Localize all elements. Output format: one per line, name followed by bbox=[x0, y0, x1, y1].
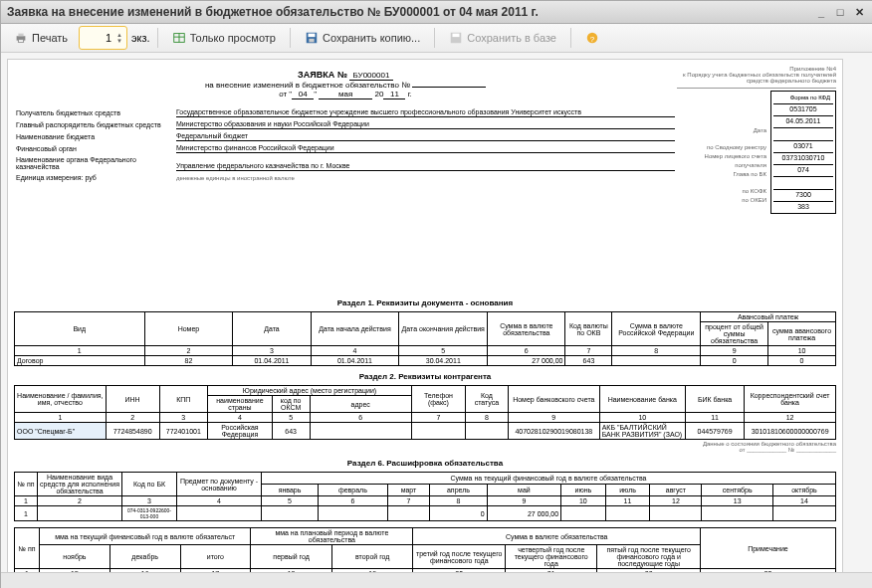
main-rasp-value: Министерство образования и науки Российс… bbox=[176, 119, 675, 129]
minimize-button[interactable]: _ bbox=[813, 5, 829, 19]
print-label: Печать bbox=[32, 32, 68, 44]
window-title: Заявка на внесение изменений в бюджетное… bbox=[7, 5, 539, 19]
disk-icon bbox=[305, 31, 319, 45]
change-number bbox=[412, 87, 486, 88]
spin-down-icon[interactable]: ▼ bbox=[116, 38, 122, 44]
document-viewport[interactable]: ЗАЯВКА № БУ000001 на внесение изменений … bbox=[1, 53, 872, 572]
section6-table: № пп Наименование вида средств для испол… bbox=[14, 472, 836, 521]
svod-code: 03071 bbox=[773, 140, 833, 150]
form-page: ЗАЯВКА № БУ000001 на внесение изменений … bbox=[7, 59, 843, 572]
svg-rect-2 bbox=[18, 40, 23, 43]
help-icon: ? bbox=[585, 31, 599, 45]
horizontal-scrollbar[interactable] bbox=[1, 572, 872, 588]
section2-table: Наименование / фамилия, имя, отчество ИН… bbox=[14, 385, 836, 440]
copies-spinner[interactable]: ▲ ▼ bbox=[79, 26, 127, 50]
budget-value: Федеральный бюджет bbox=[176, 131, 675, 141]
svg-text:?: ? bbox=[590, 35, 595, 44]
save-copy-button[interactable]: Сохранить копию... bbox=[298, 26, 427, 50]
svg-rect-10 bbox=[453, 34, 460, 38]
help-button[interactable]: ? bbox=[578, 26, 606, 50]
ls-code: 03731030710 bbox=[773, 152, 833, 162]
date-code: 04.05.2011 bbox=[773, 115, 833, 125]
copies-unit-label: экз. bbox=[131, 32, 150, 44]
finorg-value: Министерство финансов Российской Федерац… bbox=[176, 143, 675, 153]
view-only-label: Только просмотр bbox=[190, 32, 276, 44]
kofk-code: 7300 bbox=[773, 189, 833, 199]
copies-input[interactable] bbox=[84, 31, 113, 45]
toolbar: Печать ▲ ▼ экз. Только просмотр Сохранит… bbox=[1, 24, 872, 53]
section1-title: Раздел 1. Реквизиты документа - основани… bbox=[14, 298, 836, 307]
svg-rect-7 bbox=[308, 34, 315, 38]
view-only-button[interactable]: Только просмотр bbox=[165, 26, 283, 50]
glava-code: 074 bbox=[773, 164, 833, 174]
save-db-button[interactable]: Сохранить в базе bbox=[442, 26, 563, 50]
svg-rect-8 bbox=[309, 39, 314, 43]
form-number: БУ000001 bbox=[349, 71, 393, 81]
header-note: Приложение №4к Порядку учета бюджетных о… bbox=[677, 66, 836, 89]
window-titlebar: Заявка на внесение изменений в бюджетное… bbox=[1, 1, 872, 24]
save-db-icon bbox=[449, 31, 463, 45]
section1-table: Вид Номер Дата Дата начала действия Дата… bbox=[14, 311, 836, 366]
table-row: Договор8201.04.201101.04.201130.04.20112… bbox=[15, 356, 836, 366]
section2-title: Раздел 2. Реквизиты контрагента bbox=[14, 372, 836, 381]
form-subtitle: на внесение изменений в бюджетное обязат… bbox=[205, 81, 410, 90]
receiver-value: Государственное образовательное бюджетно… bbox=[176, 107, 675, 117]
save-copy-label: Сохранить копию... bbox=[323, 32, 420, 44]
table-row: 1074-0313-0922600-013-000027 000,00 bbox=[15, 506, 836, 521]
table-icon bbox=[172, 31, 186, 45]
form-title: ЗАЯВКА № bbox=[298, 70, 347, 80]
table-row: ООО "Спецмаг-Б"7724854890772401001Россий… bbox=[15, 423, 836, 440]
svg-rect-1 bbox=[18, 34, 23, 37]
kazn-value: Управление федерального казначейства по … bbox=[176, 155, 675, 171]
section6b-table: № пп мма на текущий финансовый год в вал… bbox=[14, 527, 836, 572]
save-db-label: Сохранить в базе bbox=[467, 32, 556, 44]
kfd-code: 0531705 bbox=[773, 103, 833, 113]
printer-icon bbox=[14, 31, 28, 45]
maximize-button[interactable]: □ bbox=[832, 5, 848, 19]
close-button[interactable]: ✕ bbox=[851, 5, 867, 19]
section6-title: Раздел 6. Расшифровка обязательства bbox=[14, 459, 836, 468]
print-button[interactable]: Печать bbox=[7, 26, 75, 50]
okei-code: 383 bbox=[773, 201, 833, 211]
